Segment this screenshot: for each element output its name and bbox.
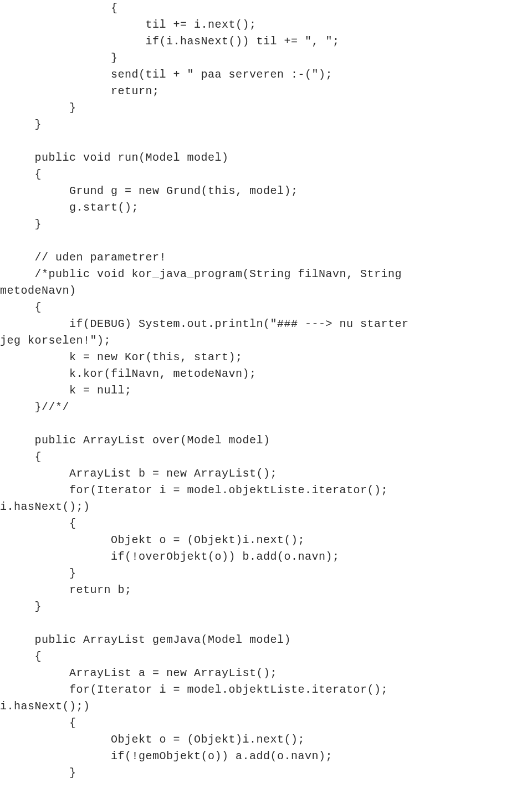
- code-block: { til += i.next(); if(i.hasNext()) til +…: [0, 0, 532, 781]
